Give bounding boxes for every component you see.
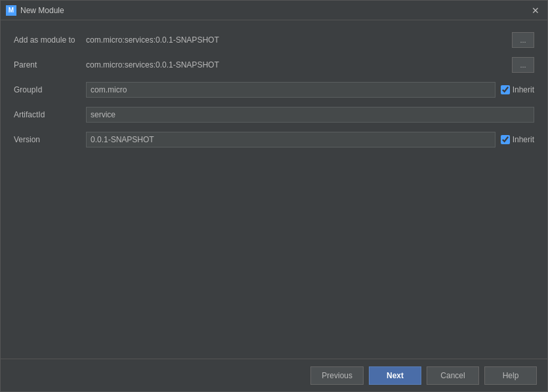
title-bar: M New Module ✕: [1, 1, 547, 20]
title-bar-left: M New Module: [6, 5, 64, 16]
add-as-module-browse-button[interactable]: ...: [512, 32, 534, 48]
add-as-module-row: Add as module to com.micro:services:0.0.…: [14, 31, 534, 49]
version-inherit-wrapper: Inherit: [501, 135, 534, 144]
artifact-id-row: ArtifactId: [14, 106, 534, 124]
dialog-icon: M: [6, 5, 16, 16]
group-id-inherit-wrapper: Inherit: [501, 85, 534, 94]
group-id-label: GroupId: [14, 85, 86, 94]
new-module-dialog: M New Module ✕ Add as module to com.micr…: [0, 0, 548, 392]
cancel-button[interactable]: Cancel: [427, 366, 479, 385]
group-id-inherit-checkbox[interactable]: [501, 85, 510, 94]
previous-button[interactable]: Previous: [310, 366, 364, 385]
group-id-row: GroupId Inherit: [14, 81, 534, 99]
version-input[interactable]: [86, 132, 495, 147]
add-as-module-label: Add as module to: [14, 35, 86, 45]
artifact-id-label: ArtifactId: [14, 110, 86, 119]
dialog-content: Add as module to com.micro:services:0.0.…: [1, 20, 547, 359]
artifact-id-input[interactable]: [86, 107, 534, 123]
parent-row: Parent com.micro:services:0.0.1-SNAPSHOT…: [14, 56, 534, 74]
version-row: Version Inherit: [14, 130, 534, 149]
add-as-module-value: com.micro:services:0.0.1-SNAPSHOT: [86, 35, 508, 45]
dialog-footer: Previous Next Cancel Help: [1, 359, 547, 391]
version-label: Version: [14, 135, 86, 144]
dialog-title: New Module: [20, 6, 64, 15]
content-spacer: [14, 155, 534, 348]
version-inherit-label: Inherit: [513, 135, 534, 144]
help-button[interactable]: Help: [484, 366, 537, 385]
parent-label: Parent: [14, 60, 86, 69]
group-id-inherit-label: Inherit: [513, 85, 534, 94]
group-id-input[interactable]: [86, 82, 495, 98]
next-button[interactable]: Next: [369, 366, 421, 385]
parent-value: com.micro:services:0.0.1-SNAPSHOT: [86, 60, 508, 69]
parent-browse-button[interactable]: ...: [512, 57, 534, 73]
close-button[interactable]: ✕: [529, 4, 542, 17]
version-inherit-checkbox[interactable]: [501, 135, 510, 144]
